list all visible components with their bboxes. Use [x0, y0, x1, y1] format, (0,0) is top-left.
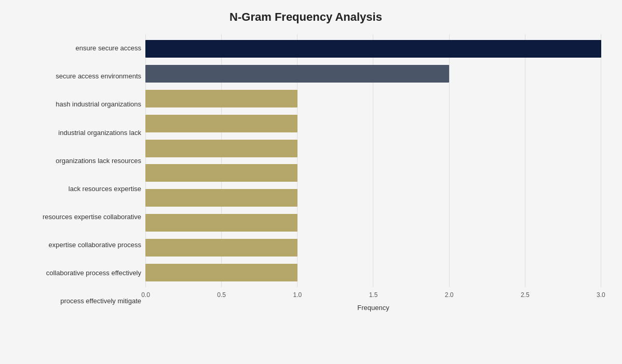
y-axis: ensure secure accesssecure access enviro…: [10, 34, 145, 315]
bar: [145, 214, 298, 232]
bar: [145, 65, 449, 83]
y-label: ensure secure access: [10, 35, 141, 62]
bar: [145, 189, 298, 207]
chart-area: ensure secure accesssecure access enviro…: [10, 34, 601, 315]
bars-and-x: 0.00.51.01.52.02.53.0 Frequency: [145, 34, 601, 315]
bar: [145, 90, 298, 107]
y-label: secure access environments: [10, 63, 141, 90]
chart-container: N-Gram Frequency Analysis ensure secure …: [0, 0, 622, 364]
x-axis-label: Frequency: [145, 304, 601, 312]
bar-row: [145, 113, 601, 134]
bar-row: [145, 262, 601, 284]
y-label: collaborative process effectively: [10, 260, 141, 287]
y-label: industrial organizations lack: [10, 119, 141, 146]
bar: [145, 140, 298, 157]
bars-wrapper: [145, 34, 601, 287]
bar-row: [145, 162, 601, 184]
bar: [145, 115, 298, 132]
bar-row: [145, 187, 601, 209]
x-axis: 0.00.51.01.52.02.53.0 Frequency: [145, 289, 601, 315]
y-label: lack resources expertise: [10, 176, 141, 203]
bar: [145, 264, 298, 281]
bar-row: [145, 237, 601, 259]
bars-area: [145, 34, 601, 287]
bar-row: [145, 138, 601, 159]
y-label: resources expertise collaborative: [10, 204, 141, 231]
bar-row: [145, 212, 601, 234]
chart-title: N-Gram Frequency Analysis: [10, 10, 601, 24]
bar-row: [145, 38, 601, 60]
y-label: expertise collaborative process: [10, 232, 141, 259]
bar-row: [145, 63, 601, 85]
bar: [145, 164, 298, 182]
y-label: hash industrial organizations: [10, 91, 141, 118]
y-label: process effectively mitigate: [10, 288, 141, 315]
bar: [145, 239, 298, 257]
bar: [145, 40, 601, 58]
y-label: organizations lack resources: [10, 147, 141, 174]
bar-row: [145, 88, 601, 110]
